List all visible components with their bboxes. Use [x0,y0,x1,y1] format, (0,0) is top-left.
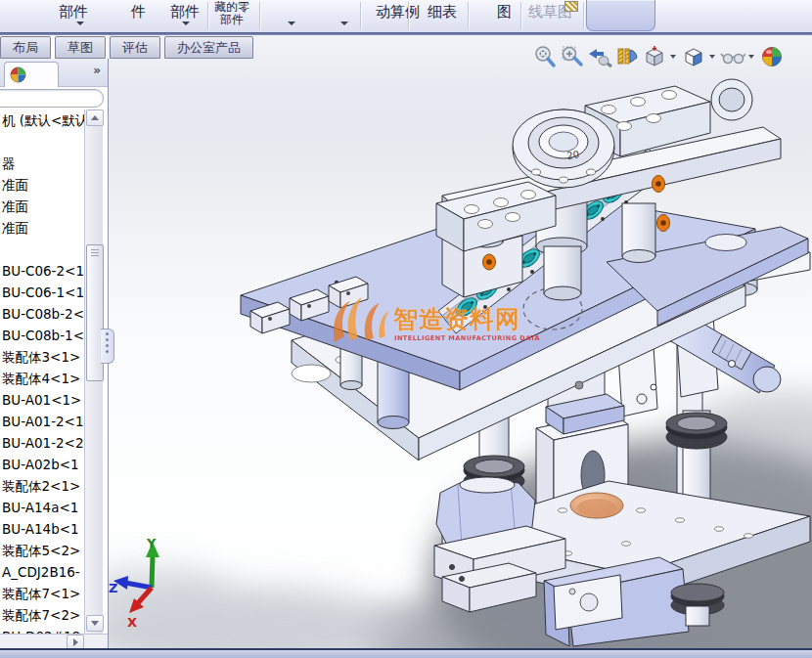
tree-item[interactable]: BU-A01-2<2 [0,432,84,454]
tree-vertical-scrollbar[interactable] [84,110,103,634]
ribbon-button-fragment[interactable]: 部件 [170,3,200,22]
view-orientation-caret-icon[interactable] [670,55,676,59]
ribbon-strip: 部件 件 部件 藏的零部件 动算例 细表 图 线草图 [0,0,812,32]
display-style-icon[interactable] [681,44,706,69]
ribbon-separator [259,2,260,29]
tree-item[interactable]: 装配体7<2> [0,604,84,626]
headsup-view-toolbar [532,43,787,70]
feature-tree: 机 (默认<默认器准面准面准面BU-C06-2<1BU-C06-1<1BU-C0… [0,110,84,634]
orientation-triad: Y Z X [108,534,201,632]
tree-item[interactable]: 准面 [0,217,84,239]
assembly-model[interactable]: 20 [108,34,812,648]
triad-x-label: X [127,615,137,630]
ribbon-separator [468,2,469,29]
tree-horizontal-scrollbar[interactable] [0,634,108,649]
feature-manager-panel: » 机 (默认<默认器准面准面准面BU-C06-2<1BU-C06-1<1BU-… [0,59,109,648]
commandmanager-tabs: 布局草图评估办公室产品 [0,36,257,59]
tree-item[interactable]: BU-C08b-1< [0,325,84,346]
tree-item[interactable]: BU-A01-2<1 [0,411,84,432]
ribbon-separator [207,2,208,29]
ribbon-separator [520,2,521,29]
commandmanager-tab[interactable]: 办公室产品 [164,36,253,59]
triad-z-label: Z [109,581,117,595]
ribbon-separator [360,2,361,29]
dropdown-caret-icon[interactable] [76,22,84,25]
panel-splitter-handle[interactable] [101,329,114,364]
zoom-to-fit-icon[interactable] [532,44,558,69]
tree-filter-input[interactable] [0,89,104,108]
tree-item[interactable]: 器 [0,153,84,174]
scroll-down-button[interactable] [86,615,104,632]
tree-item[interactable]: BU-C08b-2< [0,303,84,325]
solidworks-ball-icon [10,66,26,83]
tree-item[interactable]: BU-D02#18 [0,626,84,634]
tree-item[interactable]: 装配体2<1> [0,475,84,497]
section-view-icon[interactable] [614,44,640,69]
previous-view-icon[interactable] [587,44,612,69]
tree-item[interactable]: 机 (默认<默认 [0,110,84,131]
tree-item[interactable]: BU-A02b<1 [0,454,84,475]
tree-item[interactable]: BU-A14a<1 [0,497,84,518]
view-orientation-icon[interactable] [642,44,667,69]
thumb-grip [91,249,99,250]
dropdown-caret-icon[interactable] [340,22,348,25]
ribbon-button-fragment[interactable]: 件 [131,3,146,22]
apply-scene-icon[interactable] [759,44,785,69]
feature-manager-tab[interactable] [4,62,59,87]
panel-expand-chevron[interactable]: » [93,64,101,77]
tree-item[interactable]: BU-C06-1<1 [0,282,84,303]
tree-item[interactable]: A_CDJ2B16- [0,561,84,583]
dropdown-caret-icon[interactable] [288,22,295,25]
hatch-icon [564,1,578,12]
tree-item[interactable]: 准面 [0,196,84,217]
ribbon-button-exploded-view[interactable]: 图 [497,3,512,22]
ribbon-separator [408,2,409,29]
hide-show-items-icon[interactable] [720,44,745,69]
zoom-to-area-icon[interactable] [560,44,585,69]
scroll-up-icon [91,115,99,120]
tree-item[interactable]: 装配体3<1> [0,346,84,368]
dropdown-caret-icon[interactable] [182,22,190,25]
tree-item[interactable]: BU-C06-2<1 [0,260,84,282]
tree-item[interactable] [0,131,84,153]
commandmanager-tab[interactable]: 评估 [110,36,160,59]
scroll-right-icon [73,638,78,646]
scroll-up-button[interactable] [86,110,104,126]
status-bar [0,648,812,658]
ribbon-highlighted-button[interactable] [586,0,655,31]
tree-item[interactable]: 装配体4<1> [0,368,84,389]
tree-item[interactable]: BU-A01<1> [0,389,84,411]
tree-item[interactable]: 装配体7<1> [0,583,84,604]
tree-item[interactable] [0,239,84,260]
tree-item[interactable]: 准面 [0,174,84,196]
panel-header: » [0,59,108,87]
display-style-caret-icon[interactable] [709,55,715,59]
scroll-down-icon [91,621,99,626]
tree-item[interactable]: 装配体5<2> [0,540,84,561]
ribbon-separator [583,2,584,29]
commandmanager-tab[interactable]: 布局 [0,36,51,59]
ribbon-bottom-edge [0,32,812,35]
ribbon-button-show-hidden[interactable]: 藏的零部件 [209,1,254,26]
ribbon-button-motion-study[interactable]: 动算例 [376,3,420,22]
commandmanager-tab[interactable]: 草图 [55,36,106,59]
hide-show-caret-icon[interactable] [748,55,754,59]
tree-item[interactable]: BU-A14b<1 [0,518,84,540]
ribbon-button-fragment[interactable]: 部件 [59,3,88,22]
beam-mark-label: 20 [566,149,580,161]
triad-y-label: Y [146,536,157,550]
ribbon-button-bom[interactable]: 细表 [428,3,457,22]
